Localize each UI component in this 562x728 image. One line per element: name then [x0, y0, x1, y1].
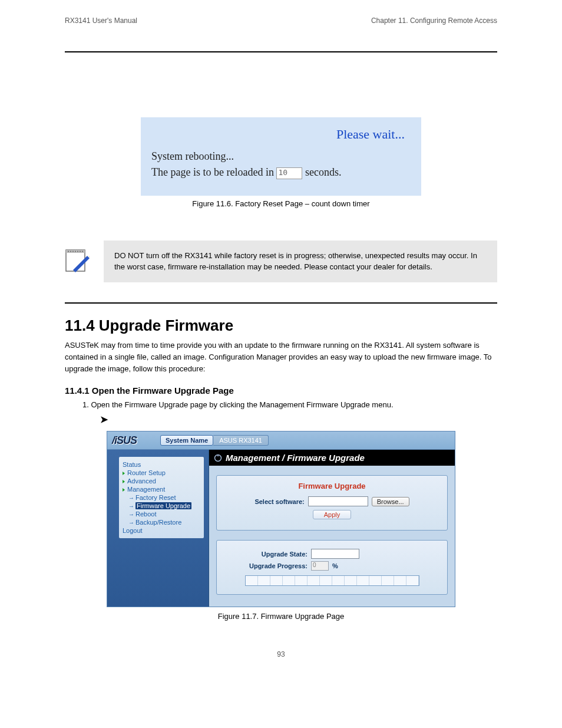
firmware-panel: Firmware Upgrade Select software: Browse… — [216, 475, 448, 531]
figure-11-6-caption: Figure 11.6. Factory Reset Page – count … — [0, 199, 562, 208]
asus-logo: /iSUS — [112, 434, 137, 447]
notepad-icon — [65, 246, 90, 274]
nav-advanced[interactable]: Advanced — [121, 477, 204, 485]
software-path-input[interactable] — [308, 496, 368, 506]
section-rule — [65, 302, 497, 304]
figure-11-7-caption: Figure 11.7. Firmware Upgrade Page — [0, 612, 562, 621]
router-page-title: Management / Firmware Upgrade — [209, 450, 455, 466]
firmware-panel-heading: Firmware Upgrade — [224, 482, 440, 490]
top-rule — [65, 51, 497, 52]
svg-marker-10 — [89, 255, 90, 258]
heading-11-4-1: 11.4.1 Open the Firmware Upgrade Page — [65, 386, 562, 396]
nav-firmware-upgrade[interactable]: Firmware Upgrade — [121, 502, 204, 510]
refresh-icon — [214, 454, 222, 462]
svg-point-2 — [68, 251, 69, 252]
note-block: DO NOT turn off the RX3141 while factory… — [65, 241, 497, 282]
rebooting-text: System rebooting... — [151, 150, 411, 163]
svg-point-3 — [70, 251, 71, 252]
system-name-value: ASUS RX3141 — [213, 435, 269, 446]
apply-button[interactable]: Apply — [313, 510, 352, 519]
svg-point-7 — [80, 251, 81, 252]
hdr-left: RX3141 User's Manual — [65, 17, 137, 25]
nav-status[interactable]: Status — [121, 460, 204, 469]
please-wait-text: Please wait... — [151, 127, 405, 142]
nav-reboot[interactable]: Reboot — [121, 510, 204, 518]
reboot-figure: Please wait... System rebooting... The p… — [141, 117, 421, 196]
progress-panel: Upgrade State: Upgrade Progress: 0 % — [216, 540, 448, 595]
page-header: RX3141 User's Manual Chapter 11. Configu… — [65, 17, 497, 25]
system-name-chip: System Name ASUS RX3141 — [160, 435, 269, 446]
reload-countdown-input: 10 — [276, 167, 302, 179]
nav-factory-reset[interactable]: Factory Reset — [121, 493, 204, 502]
upgrade-progress-label: Upgrade Progress: — [242, 562, 308, 569]
router-ui-screenshot: /iSUS System Name ASUS RX3141 Status Rou… — [107, 431, 455, 607]
heading-11-4: 11.4 Upgrade Firmware — [65, 317, 562, 335]
nav-router-setup[interactable]: Router Setup — [121, 469, 204, 477]
router-main: Management / Firmware Upgrade Firmware U… — [209, 450, 455, 607]
svg-point-4 — [72, 251, 74, 252]
svg-point-5 — [75, 251, 76, 252]
nav-backup-restore[interactable]: Backup/Restore — [121, 518, 204, 526]
upgrade-progress-unit: % — [332, 562, 338, 569]
router-topbar: /iSUS System Name ASUS RX3141 — [107, 431, 455, 450]
system-name-label: System Name — [160, 435, 213, 446]
upgrade-state-value — [311, 549, 359, 559]
nav-logout[interactable]: Logout — [121, 526, 204, 535]
firmware-paragraph: ASUSTeK may from time to time provide yo… — [65, 340, 497, 375]
hdr-right: Chapter 11. Configuring Remote Access — [371, 17, 497, 25]
page-number: 93 — [0, 650, 562, 658]
svg-point-6 — [77, 251, 78, 252]
upgrade-state-label: Upgrade State: — [242, 551, 308, 558]
upgrade-progress-value: 0 — [311, 561, 329, 571]
note-text: DO NOT turn off the RX3141 while factory… — [104, 241, 497, 282]
browse-button[interactable]: Browse... — [372, 497, 409, 506]
reload-line: The page is to be reloaded in 10 seconds… — [151, 166, 411, 179]
svg-point-8 — [82, 251, 83, 252]
arrow-icon: ➤ — [100, 414, 108, 424]
router-sidebar: Status Router Setup Advanced Management … — [107, 450, 209, 607]
progress-bar — [245, 575, 419, 586]
nav-management[interactable]: Management — [121, 485, 204, 493]
select-software-label: Select software: — [254, 498, 304, 505]
step-1: 1. Open the Firmware Upgrade page by cli… — [82, 400, 497, 409]
